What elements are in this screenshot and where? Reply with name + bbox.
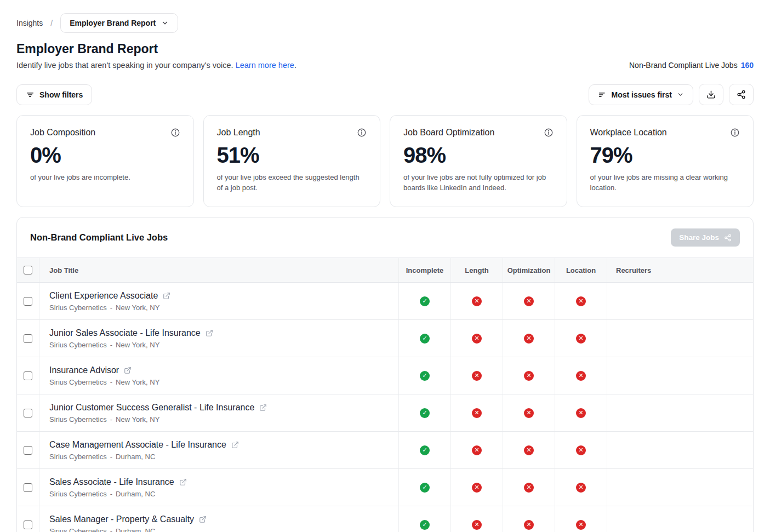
row-checkbox[interactable] [24, 297, 32, 306]
subtitle-text: Identify live jobs that aren't speaking … [16, 61, 233, 70]
incomplete-status-cell: ✓ [398, 283, 450, 319]
info-icon[interactable] [544, 128, 554, 138]
external-link-icon[interactable] [124, 367, 132, 374]
recruiters-cell [607, 506, 753, 532]
learn-more-link[interactable]: Learn more here [236, 61, 294, 70]
download-button[interactable] [699, 84, 723, 105]
check-circle-icon: ✓ [420, 520, 430, 530]
row-checkbox[interactable] [24, 520, 32, 529]
info-icon[interactable] [730, 128, 740, 138]
job-title-link[interactable]: Case Management Associate - Life Insuran… [49, 440, 226, 450]
stat-card-title: Workplace Location [590, 128, 667, 138]
length-status-cell: ✕ [450, 469, 503, 506]
column-header-optimization: Optimization [503, 258, 555, 282]
external-link-icon[interactable] [259, 404, 267, 411]
job-title-link[interactable]: Insurance Advisor [49, 365, 119, 375]
job-title-link[interactable]: Junior Customer Success Generalist - Lif… [49, 403, 254, 413]
info-icon[interactable] [357, 128, 367, 138]
optimization-status-cell: ✕ [503, 469, 555, 506]
company-location-separator: - [110, 304, 112, 312]
row-checkbox-cell [17, 394, 39, 431]
stat-card-value: 79% [590, 143, 740, 168]
job-title-link[interactable]: Sales Manager - Property & Casualty [49, 514, 194, 524]
recruiters-cell [607, 283, 753, 319]
external-link-icon[interactable] [231, 441, 239, 449]
row-checkbox[interactable] [24, 334, 32, 343]
share-button[interactable] [729, 84, 754, 105]
table-header-row: Job Title Incomplete Length Optimization… [17, 258, 753, 283]
stat-card-job-composition: Job Composition 0% of your live jobs are… [16, 115, 194, 207]
show-filters-button[interactable]: Show filters [16, 84, 92, 105]
x-circle-icon: ✕ [472, 296, 482, 306]
check-circle-icon: ✓ [420, 296, 430, 306]
company-name: Sirius Cybernetics [49, 304, 107, 312]
x-circle-icon: ✕ [524, 445, 534, 455]
row-checkbox-cell [17, 357, 39, 394]
job-location: Durham, NC [116, 453, 155, 461]
job-title-cell: Case Management Associate - Life Insuran… [39, 432, 398, 468]
optimization-status-cell: ✕ [503, 506, 555, 532]
sort-dropdown[interactable]: Most issues first [589, 84, 693, 105]
row-checkbox-cell [17, 320, 39, 357]
company-location-separator: - [110, 378, 112, 386]
location-status-cell: ✕ [555, 394, 607, 431]
table-row: Client Experience Associate Sirius Cyber… [17, 283, 753, 320]
external-link-icon[interactable] [206, 329, 213, 337]
page-subtitle: Identify live jobs that aren't speaking … [16, 61, 296, 70]
x-circle-icon: ✕ [576, 296, 586, 306]
company-location-separator: - [110, 490, 112, 498]
column-header-recruiters: Recruiters [607, 258, 753, 282]
column-header-length: Length [450, 258, 503, 282]
stat-card-description: of your live jobs are not fully optimize… [403, 173, 554, 193]
location-status-cell: ✕ [555, 432, 607, 468]
company-name: Sirius Cybernetics [49, 527, 107, 532]
incomplete-status-cell: ✓ [398, 357, 450, 394]
breadcrumb-insights-link[interactable]: Insights [16, 19, 43, 27]
external-link-icon[interactable] [199, 516, 207, 523]
location-status-cell: ✕ [555, 357, 607, 394]
job-location: New York, NY [116, 304, 159, 312]
toolbar: Show filters Most issues first [16, 84, 754, 105]
select-all-checkbox[interactable] [24, 266, 32, 274]
noncompliant-count: Non-Brand Compliant Live Jobs160 [629, 61, 754, 70]
show-filters-label: Show filters [39, 90, 83, 99]
row-checkbox-cell [17, 469, 39, 506]
row-checkbox[interactable] [24, 371, 32, 380]
x-circle-icon: ✕ [524, 408, 534, 418]
optimization-status-cell: ✕ [503, 394, 555, 431]
breadcrumb-separator: / [50, 19, 53, 27]
share-jobs-button[interactable]: Share Jobs [671, 228, 740, 247]
job-title-link[interactable]: Client Experience Associate [49, 291, 158, 301]
job-location: New York, NY [116, 378, 159, 386]
share-icon [737, 90, 746, 99]
recruiters-cell [607, 320, 753, 357]
row-checkbox-cell [17, 432, 39, 468]
stat-card-title: Job Composition [30, 128, 95, 138]
company-name: Sirius Cybernetics [49, 341, 107, 349]
stat-card-job-board-optimization: Job Board Optimization 98% of your live … [390, 115, 567, 207]
row-checkbox[interactable] [24, 483, 32, 492]
noncompliant-count-label: Non-Brand Compliant Live Jobs [629, 61, 738, 70]
row-checkbox[interactable] [24, 409, 32, 417]
x-circle-icon: ✕ [524, 334, 534, 344]
job-title-link[interactable]: Sales Associate - Life Insurance [49, 477, 174, 487]
company-location-separator: - [110, 453, 112, 461]
job-title-cell: Junior Customer Success Generalist - Lif… [39, 394, 398, 431]
company-location-separator: - [110, 341, 112, 349]
report-selector-dropdown[interactable]: Employer Brand Report [60, 13, 178, 33]
stat-card-workplace-location: Workplace Location 79% of your live jobs… [577, 115, 754, 207]
external-link-icon[interactable] [179, 478, 187, 486]
row-checkbox[interactable] [24, 446, 32, 455]
jobs-table-card: Non-Brand Compliant Live Jobs Share Jobs… [16, 217, 754, 532]
share-jobs-label: Share Jobs [679, 233, 719, 242]
external-link-icon[interactable] [163, 292, 170, 300]
table-row: Junior Customer Success Generalist - Lif… [17, 394, 753, 432]
jobs-table-title: Non-Brand Compliant Live Jobs [30, 232, 168, 243]
job-title-link[interactable]: Junior Sales Associate - Life Insurance [49, 328, 201, 338]
incomplete-status-cell: ✓ [398, 394, 450, 431]
subtitle-period: . [294, 61, 296, 70]
optimization-status-cell: ✕ [503, 283, 555, 319]
table-row: Insurance Advisor Sirius Cybernetics - N… [17, 357, 753, 394]
info-icon[interactable] [170, 128, 180, 138]
share-icon [724, 234, 732, 242]
